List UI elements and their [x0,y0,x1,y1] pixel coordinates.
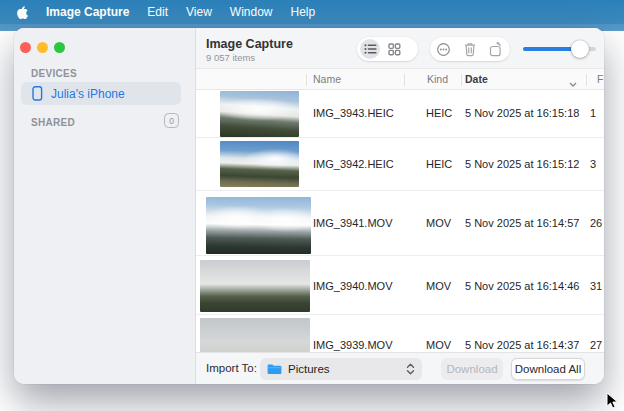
file-name: IMG_3940.MOV [313,280,392,292]
devices-section-label: DEVICES [31,68,77,79]
file-name: IMG_3939.MOV [313,339,392,351]
iphone-icon [32,86,43,101]
shared-count-badge: 0 [164,113,179,128]
menu-app-name[interactable]: Image Capture [46,5,129,19]
import-destination-value: Pictures [288,363,330,375]
file-date: 5 Nov 2025 at 16:15:12 [465,158,579,170]
menu-bar: Image Capture Edit View Window Help [0,0,624,24]
list-view-icon [364,43,377,55]
video-thumbnail [200,318,310,352]
file-kind: MOV [426,280,451,292]
apple-menu-icon[interactable] [15,5,28,20]
page-title: Image Capture [206,37,293,51]
sidebar: DEVICES Julia's iPhone SHARED 0 [14,28,196,384]
import-bar: Import To: Pictures Download Download Al… [196,352,604,384]
thumbnail-zoom-slider[interactable] [523,47,596,51]
video-thumbnail [206,197,311,254]
table-row[interactable]: IMG_3940.MOV MOV 5 Nov 2025 at 16:14:46 … [196,256,604,315]
mouse-cursor [606,392,618,411]
device-name-label: Julia's iPhone [51,87,125,101]
rotate-icon [489,42,504,57]
shared-section-label: SHARED [31,117,75,128]
column-divider [306,74,307,86]
photo-thumbnail [220,141,299,187]
table-row[interactable]: IMG_3942.HEIC HEIC 5 Nov 2025 at 16:15:1… [196,138,604,191]
file-kind: HEIC [426,107,452,119]
file-size: 27 [590,339,603,351]
rotate-button[interactable] [489,42,504,57]
folder-icon [267,363,282,375]
column-divider [404,74,405,86]
delete-button[interactable] [463,42,477,57]
column-header-kind[interactable]: Kind [427,73,448,85]
import-to-label: Import To: [206,362,257,374]
file-size: 31 [590,280,603,292]
file-list: IMG_3943.HEIC HEIC 5 Nov 2025 at 16:15:1… [196,90,604,352]
file-name: IMG_3942.HEIC [313,158,394,170]
grid-view-icon [388,43,401,56]
trash-icon [463,42,477,57]
more-actions-button[interactable] [436,42,451,57]
image-capture-window: DEVICES Julia's iPhone SHARED 0 Image Ca… [14,28,604,384]
column-header-date[interactable]: Date [465,73,488,85]
file-date: 5 Nov 2025 at 16:14:37 [465,339,579,351]
column-divider [461,74,462,86]
minimize-window-button[interactable] [37,42,48,53]
close-window-button[interactable] [20,42,31,53]
file-date: 5 Nov 2025 at 16:15:18 [465,107,579,119]
column-header-size[interactable]: Fil [597,73,604,85]
file-name: IMG_3941.MOV [313,217,392,229]
menu-item-view[interactable]: View [186,5,212,19]
photo-thumbnail [220,91,299,137]
download-all-button[interactable]: Download All [511,358,585,380]
column-header-name[interactable]: Name [313,73,341,85]
sort-chevron-down-icon [569,77,577,89]
table-row[interactable]: IMG_3943.HEIC HEIC 5 Nov 2025 at 16:15:1… [196,90,604,138]
menu-item-window[interactable]: Window [230,5,273,19]
updown-chevron-icon [406,363,415,375]
file-date: 5 Nov 2025 at 16:14:46 [465,280,579,292]
sidebar-item-julias-iphone[interactable]: Julia's iPhone [21,82,181,105]
list-view-button[interactable] [360,39,380,59]
table-row[interactable]: IMG_3939.MOV MOV 5 Nov 2025 at 16:14:37 … [196,315,604,352]
zoom-window-button[interactable] [54,42,65,53]
menu-item-help[interactable]: Help [291,5,316,19]
file-date: 5 Nov 2025 at 16:14:57 [465,217,579,229]
column-divider [586,74,587,86]
items-count: 9 057 items [206,52,255,63]
desktop: Image Capture Edit View Window Help DEVI… [0,0,624,411]
menu-item-edit[interactable]: Edit [147,5,168,19]
slider-knob[interactable] [571,40,589,58]
download-button[interactable]: Download [441,358,503,380]
table-header: Name Kind Date Fil [196,68,604,90]
window-toolbar: Image Capture 9 057 items [196,28,604,68]
video-thumbnail [200,260,310,312]
file-kind: HEIC [426,158,452,170]
file-name: IMG_3943.HEIC [313,107,394,119]
file-size: 1 [590,107,603,119]
file-kind: MOV [426,217,451,229]
grid-view-button[interactable] [388,43,401,56]
file-size: 26 [590,217,603,229]
actions-toolbar [430,37,510,61]
table-row[interactable]: IMG_3941.MOV MOV 5 Nov 2025 at 16:14:57 … [196,191,604,256]
file-size: 3 [590,158,603,170]
main-panel: Image Capture 9 057 items [196,28,604,384]
more-icon [436,42,451,57]
file-kind: MOV [426,339,451,351]
import-destination-popup[interactable]: Pictures [260,358,422,380]
view-mode-segmented-control [357,37,418,61]
